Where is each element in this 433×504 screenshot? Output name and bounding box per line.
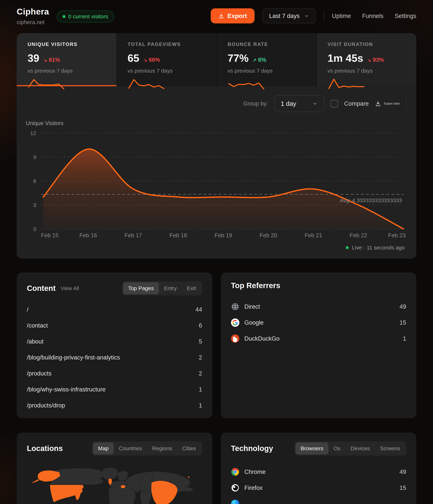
stat-label: TOTAL PAGEVIEWS	[128, 42, 206, 47]
technology-tab[interactable]: Browsers	[295, 442, 328, 454]
x-tick: Feb 21	[305, 232, 322, 239]
stat-delta: ↘ 93%	[367, 57, 384, 63]
stat-card[interactable]: VISIT DURATION 1m 45s ↘ 93% vs previous …	[317, 33, 416, 86]
referrers-list: Direct 49 Google 15	[231, 299, 406, 347]
locations-tab[interactable]: Cities	[177, 442, 201, 454]
trend-arrow-icon: ↗	[253, 57, 257, 63]
stat-card[interactable]: UNIQUE VISITORS 39 ↘ 61% vs previous 7 d…	[17, 33, 116, 86]
world-map[interactable]	[27, 462, 202, 504]
browser-row[interactable]	[231, 496, 406, 504]
referrers-card: Top Referrers Direct 49	[221, 272, 416, 418]
browser-name: Firefox	[244, 484, 263, 491]
browser-count: 15	[399, 484, 406, 491]
export-button[interactable]: Export	[211, 8, 255, 23]
referrer-count: 49	[399, 303, 406, 310]
x-tick: Feb 18	[170, 232, 187, 239]
stat-value: 65	[128, 52, 139, 64]
referrer-row[interactable]: DuckDuckGo 1	[231, 331, 406, 347]
date-range-dropdown[interactable]: Last 7 days	[263, 9, 316, 23]
current-visitors-badge: 0 current visitors	[57, 10, 114, 23]
locations-tab[interactable]: Regions	[147, 442, 177, 454]
x-tick: Feb 15	[41, 232, 59, 239]
browser-icon	[231, 484, 239, 492]
stat-delta: ↘ 61%	[43, 57, 60, 63]
page-count: 1	[199, 386, 202, 393]
page-row[interactable]: /products/drop 1	[27, 397, 202, 414]
stat-compare-label: vs previous 7 days	[228, 68, 305, 74]
globe-icon	[231, 302, 239, 311]
x-tick: Feb 22	[350, 232, 367, 239]
nav-link[interactable]: Funnels	[362, 13, 383, 19]
page-row[interactable]: /blog/building-privacy-first-analytics 2	[27, 350, 202, 365]
browser-row[interactable]: Chrome 49	[231, 464, 406, 480]
page-count: 44	[195, 306, 202, 313]
page-row[interactable]: /blog/why-swiss-infrastructure 1	[27, 381, 202, 397]
content-tabs: Top Pages Entry Exit	[122, 281, 202, 295]
technology-tab[interactable]: Os	[328, 442, 346, 454]
technology-tab[interactable]: Screens	[375, 442, 405, 454]
google-icon	[231, 318, 239, 327]
current-visitors-label: 0 current visitors	[68, 13, 108, 20]
stat-delta: ↘ 66%	[143, 57, 160, 63]
compare-checkbox[interactable]	[330, 100, 338, 108]
y-tick: 0	[33, 226, 36, 232]
locations-tabs: Map Countries Regions Cities	[92, 441, 202, 456]
sparkline-chart	[27, 77, 65, 90]
chevron-down-icon	[304, 13, 309, 18]
visitors-area-chart[interactable]: Avg: 4.333333333333333 036912Feb 15Feb 1…	[17, 127, 416, 243]
technology-tabs: Browsers Os Devices Screens	[294, 441, 406, 456]
browsers-list: Chrome 49 Firefox 15	[231, 464, 406, 504]
content-tab[interactable]: Entry	[159, 282, 182, 294]
page-row[interactable]: /contact 6	[27, 317, 202, 333]
map-greenland	[103, 468, 118, 480]
referrer-icon	[231, 334, 239, 343]
stat-label: VISIT DURATION	[328, 42, 406, 47]
live-status: Live · 11 seconds ago	[17, 243, 416, 255]
map-aleutians	[31, 479, 39, 483]
page-title: Ciphera	[17, 7, 49, 17]
date-range-value: Last 7 days	[269, 13, 300, 19]
stat-delta-value: 6%	[258, 57, 266, 63]
page-count: 5	[199, 338, 202, 345]
y-tick: 3	[33, 202, 36, 208]
stat-card[interactable]: BOUNCE RATE 77% ↗ 6% vs previous 7 days	[217, 33, 316, 86]
page-row[interactable]: /about 5	[27, 333, 202, 350]
locations-card: Locations Map Countries Regions Cities	[17, 433, 212, 504]
export-chart-button[interactable]: Export chart	[375, 101, 400, 107]
analytics-panel: UNIQUE VISITORS 39 ↘ 61% vs previous 7 d…	[17, 33, 416, 259]
technology-card: Technology Browsers Os Devices Screens	[221, 433, 416, 504]
content-tab[interactable]: Exit	[182, 282, 201, 294]
stat-value: 39	[27, 52, 39, 64]
page-count: 6	[199, 322, 202, 329]
view-all-link[interactable]: View All	[61, 285, 79, 291]
chevron-down-icon	[312, 101, 318, 106]
browser-name: Chrome	[244, 468, 266, 475]
referrer-icon	[231, 318, 239, 327]
chart-average-label: Avg: 4.333333333333333	[340, 197, 402, 203]
technology-tab[interactable]: Devices	[346, 442, 375, 454]
page-count: 1	[199, 402, 202, 409]
live-dot-icon	[346, 246, 349, 249]
content-tab[interactable]: Top Pages	[123, 282, 159, 294]
x-tick: Feb 16	[79, 232, 97, 239]
page-row[interactable]: / 44	[27, 302, 202, 317]
browser-row[interactable]: Firefox 15	[231, 480, 406, 496]
edge-icon	[231, 500, 239, 504]
stat-delta-value: 61%	[49, 57, 60, 63]
group-by-dropdown[interactable]: 1 day	[274, 95, 324, 112]
stat-card[interactable]: TOTAL PAGEVIEWS 65 ↘ 66% vs previous 7 d…	[117, 33, 216, 86]
controls-divider	[406, 98, 406, 109]
content-title: Content	[27, 284, 56, 293]
technology-title: Technology	[231, 444, 273, 453]
chrome-icon	[231, 468, 239, 476]
referrer-count: 1	[403, 335, 406, 342]
page-row[interactable]: /products 2	[27, 365, 202, 381]
locations-tab[interactable]: Map	[93, 442, 114, 454]
referrer-name: Direct	[244, 303, 260, 310]
nav-link[interactable]: Settings	[395, 13, 416, 19]
referrers-title: Top Referrers	[231, 281, 280, 290]
referrer-row[interactable]: Direct 49	[231, 299, 406, 315]
referrer-row[interactable]: Google 15	[231, 315, 406, 331]
locations-tab[interactable]: Countries	[114, 442, 147, 454]
nav-link[interactable]: Uptime	[332, 13, 351, 19]
